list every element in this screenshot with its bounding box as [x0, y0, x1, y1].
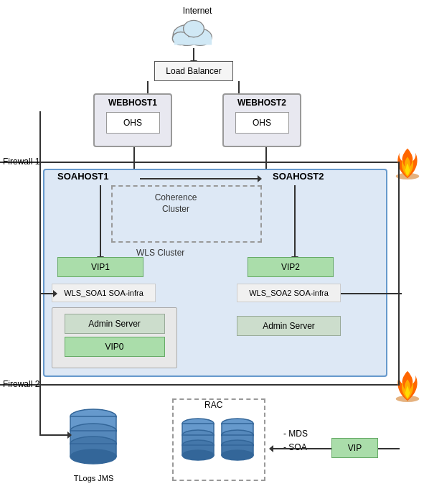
mds-soa-label: - MDS - SOA	[283, 427, 308, 454]
admin-server-left-box: Admin Server	[65, 314, 165, 334]
admin-server-left-label: Admin Server	[88, 319, 141, 329]
firewall2-icon	[393, 370, 422, 402]
rac-db-icon	[176, 411, 263, 475]
vip1-label: VIP1	[91, 262, 110, 272]
vip2-box: VIP2	[248, 257, 334, 277]
firewall2-label: Firewall 2	[3, 379, 39, 389]
vip-bottom-label: VIP	[348, 443, 362, 453]
load-balancer-label: Load Balancer	[166, 66, 221, 76]
right-border-line	[398, 162, 400, 386]
left-border-line	[39, 111, 41, 370]
line-left-tlogs-h	[39, 434, 68, 436]
coherence-cluster-label: Coherence Cluster	[140, 192, 212, 215]
internet-label: Internet	[172, 6, 222, 16]
svg-point-13	[70, 449, 116, 464]
rac-label: RAC	[204, 400, 222, 410]
soahost2-label: SOAHOST2	[273, 171, 324, 182]
arrow-vip-rac	[273, 448, 331, 449]
admin-server-right-box: Admin Server	[237, 316, 341, 336]
mds-label: - MDS	[283, 427, 308, 441]
firewall1-icon	[393, 147, 422, 179]
load-balancer-box: Load Balancer	[154, 61, 233, 81]
svg-point-27	[222, 450, 253, 460]
tlogs-jms-label: TLogs JMS	[63, 474, 124, 482]
wls-cluster-label: WLS Cluster	[136, 248, 184, 258]
firewall1-label: Firewall 1	[3, 157, 39, 167]
wls-soa1-box: WLS_SOA1 SOA-infra	[52, 284, 156, 302]
arrow-soahost1-down	[100, 185, 101, 257]
ohs2-label: OHS	[253, 118, 271, 128]
webhost1-box: WEBHOST1 OHS	[93, 93, 172, 147]
wls-soa1-label: WLS_SOA1 SOA-infra	[64, 289, 143, 297]
svg-point-20	[182, 450, 214, 460]
ohs2-box: OHS	[235, 112, 289, 134]
webhost2-title: WEBHOST2	[224, 95, 300, 109]
arrow-cloud-lb	[193, 48, 194, 61]
cloud-icon	[165, 16, 222, 48]
admin-area-left: Admin Server VIP0	[52, 307, 177, 368]
tlogs-db-icon	[65, 406, 122, 470]
vip0-label: VIP0	[105, 342, 123, 352]
ohs1-box: OHS	[106, 112, 160, 134]
line-left-wls-soa1	[39, 293, 54, 294]
line-right-vip	[378, 448, 400, 449]
vip1-box: VIP1	[57, 257, 143, 277]
soahost1-label: SOAHOST1	[57, 171, 109, 182]
vip-bottom-box: VIP	[331, 438, 378, 458]
line-wls-soa2-right	[341, 293, 402, 294]
wls-soa2-label: WLS_SOA2 SOA-infra	[249, 289, 329, 297]
svg-rect-3	[174, 37, 212, 45]
firewall1-line	[0, 162, 398, 163]
arrow-soahost2-down	[294, 185, 296, 257]
arrow-soa1-soa2	[140, 178, 258, 179]
ohs1-label: OHS	[123, 118, 142, 128]
svg-point-4	[184, 20, 204, 37]
webhost1-title: WEBHOST1	[95, 95, 171, 109]
admin-server-right-label: Admin Server	[263, 321, 315, 331]
wls-soa2-box: WLS_SOA2 SOA-infra	[237, 284, 341, 302]
architecture-diagram: Internet Load Balancer WEBHOST1 OHS WEBH…	[0, 0, 424, 504]
firewall2-line	[0, 384, 398, 386]
vip0-box: VIP0	[65, 337, 165, 357]
webhost2-box: WEBHOST2 OHS	[222, 93, 301, 147]
vip2-label: VIP2	[281, 262, 300, 272]
line-left-tlogs-v	[39, 370, 41, 434]
